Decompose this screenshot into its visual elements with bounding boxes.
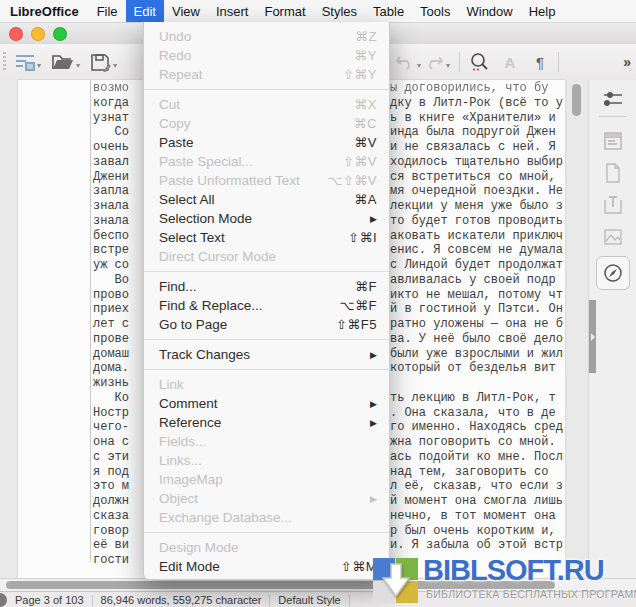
menu-item-select-all[interactable]: Select All⌘A	[144, 190, 389, 209]
menubar-item-styles[interactable]: Styles	[314, 0, 365, 22]
doc-line: ходилось тщательно выбир	[390, 155, 565, 170]
statusbar-zoom-knob[interactable]	[0, 593, 7, 607]
redo-icon	[423, 50, 445, 74]
watermark-logo: BIBLSOFT.RU БИБЛИОТЕКА БЕСПЛАТНЫХ ПРОГРА…	[373, 556, 636, 607]
new-document-icon[interactable]	[14, 50, 36, 74]
edit-menu-dropdown: Undo⌘ZRedo⌘YRepeat⇧⌘YCut⌘XCopy⌘CPaste⌘VP…	[143, 22, 390, 580]
statusbar-separator	[92, 595, 93, 606]
undo-icon	[394, 50, 416, 74]
menubar-item-edit[interactable]: Edit	[126, 0, 164, 22]
doc-line: встре	[93, 243, 129, 258]
menu-item-label: Object	[159, 491, 198, 506]
open-dropdown-icon[interactable]: ▾	[76, 61, 80, 70]
doc-line: гости	[93, 553, 129, 568]
page-style-status[interactable]: Default Style	[278, 594, 340, 606]
zoom-window-button[interactable]	[53, 27, 67, 41]
menu-item-copy: Copy⌘C	[144, 114, 389, 133]
doc-line: знала	[93, 214, 129, 229]
menubar-item-insert[interactable]: Insert	[208, 0, 257, 22]
menu-item-links: Links...	[144, 451, 389, 470]
menu-item-reference[interactable]: Reference▶	[144, 413, 389, 432]
redo-dropdown-icon: ▾	[446, 61, 450, 70]
menu-item-shortcut: ⇧⌘V	[343, 154, 377, 169]
word-count-status[interactable]: 86,946 words, 559,275 character	[101, 594, 262, 606]
menu-item-find-replace[interactable]: Find & Replace...⌥⌘F	[144, 296, 389, 315]
menu-item-label: Design Mode	[159, 540, 239, 555]
menubar-item-view[interactable]: View	[164, 0, 208, 22]
menu-item-cut: Cut⌘X	[144, 95, 389, 114]
menu-item-repeat: Repeat⇧⌘Y	[144, 65, 389, 84]
menubar-item-window[interactable]: Window	[458, 0, 520, 22]
menubar-item-file[interactable]: File	[89, 0, 126, 22]
page-deck-icon[interactable]	[589, 162, 636, 184]
menu-item-label: Copy	[159, 116, 191, 131]
formatting-marks-icon[interactable]: ¶	[529, 50, 551, 74]
doc-line: возмо	[93, 81, 129, 96]
menu-item-select-text[interactable]: Select Text⇧⌘I	[144, 228, 389, 247]
toolbar-right-group: ▾ ▾ A ¶	[394, 50, 566, 74]
sidebar-settings-icon[interactable]	[589, 88, 636, 110]
page-count-status[interactable]: Page 3 of 103	[15, 594, 84, 606]
menubar: LibreOfficeFileEditViewInsertFormatStyle…	[0, 0, 636, 23]
menubar-item-help[interactable]: Help	[521, 0, 564, 22]
menu-separator	[144, 339, 389, 340]
save-icon[interactable]	[90, 50, 112, 74]
menu-item-label: Repeat	[159, 67, 203, 82]
menu-item-find[interactable]: Find...⌘F	[144, 277, 389, 296]
menubar-item-tools[interactable]: Tools	[412, 0, 458, 22]
menubar-item-format[interactable]: Format	[256, 0, 313, 22]
menubar-item-table[interactable]: Table	[365, 0, 412, 22]
doc-line: с эти	[93, 450, 129, 465]
save-dropdown-icon[interactable]: ▾	[113, 61, 117, 70]
doc-line: я под	[93, 465, 129, 480]
doc-line: Ко	[93, 391, 129, 406]
menu-item-redo: Redo⌘Y	[144, 46, 389, 65]
doc-line: Джени	[93, 170, 129, 185]
doc-line: ва. У неё было своё дело	[390, 332, 565, 347]
menu-separator	[144, 89, 389, 90]
submenu-arrow-icon: ▶	[370, 399, 377, 409]
vertical-scrollbar-thumb[interactable]	[572, 84, 581, 116]
properties-deck-icon[interactable]	[589, 130, 636, 152]
new-document-dropdown-icon[interactable]: ▾	[37, 61, 41, 70]
toolbar-left-group: ▾ ▾	[14, 50, 119, 74]
toolbar-grip[interactable]	[3, 52, 6, 72]
statusbar-separator	[349, 595, 350, 606]
menu-item-track-changes[interactable]: Track Changes▶	[144, 345, 389, 364]
toolbar-overflow-icon[interactable]: »	[623, 54, 631, 70]
menu-item-shortcut: ⇧⌘Y	[343, 67, 377, 82]
doc-line: го именно. Находясь сред	[390, 420, 565, 435]
menu-item-edit-mode[interactable]: Edit Mode⇧⌘M	[144, 557, 389, 576]
menubar-item-libreoffice[interactable]: LibreOffice	[10, 0, 89, 22]
menu-item-shortcut: ⇧⌘M	[341, 559, 377, 574]
navigator-icon[interactable]	[596, 256, 630, 290]
menu-item-label: Paste Special...	[159, 154, 253, 169]
open-folder-icon[interactable]	[51, 50, 75, 74]
doc-line: р был очень коротким и,	[390, 524, 565, 539]
style-inspector-icon[interactable]	[589, 194, 636, 216]
find-icon[interactable]	[467, 50, 491, 74]
menu-item-go-to-page[interactable]: Go to Page⇧⌘F5	[144, 315, 389, 334]
menu-item-selection-mode[interactable]: Selection Mode▶	[144, 209, 389, 228]
sidebar	[588, 80, 636, 578]
menu-item-label: Selection Mode	[159, 211, 252, 226]
menu-item-imagemap: ImageMap	[144, 470, 389, 489]
menu-item-label: Direct Cursor Mode	[159, 249, 276, 264]
submenu-arrow-icon: ▶	[370, 214, 377, 224]
watermark-title: BIBLSOFT.RU	[423, 554, 604, 587]
sidebar-hide-handle[interactable]	[589, 300, 596, 373]
doc-line: её ви	[93, 538, 129, 553]
minimize-window-button[interactable]	[31, 27, 45, 41]
menu-item-label: Paste Unformatted Text	[159, 173, 300, 188]
menu-item-shortcut: ⌘X	[354, 97, 377, 112]
menu-item-direct-cursor-mode: Direct Cursor Mode	[144, 247, 389, 266]
submenu-arrow-icon: ▶	[370, 350, 377, 360]
menu-item-comment[interactable]: Comment▶	[144, 394, 389, 413]
doc-line: с Линдой будет продолжат	[390, 258, 565, 273]
doc-line: й в гостиной у Пэтси. Он	[390, 302, 565, 317]
menu-item-fields: Fields...	[144, 432, 389, 451]
gallery-icon[interactable]	[589, 226, 636, 248]
doc-line: лет с	[93, 317, 129, 332]
menu-item-paste[interactable]: Paste⌘V	[144, 133, 389, 152]
close-window-button[interactable]	[9, 27, 23, 41]
